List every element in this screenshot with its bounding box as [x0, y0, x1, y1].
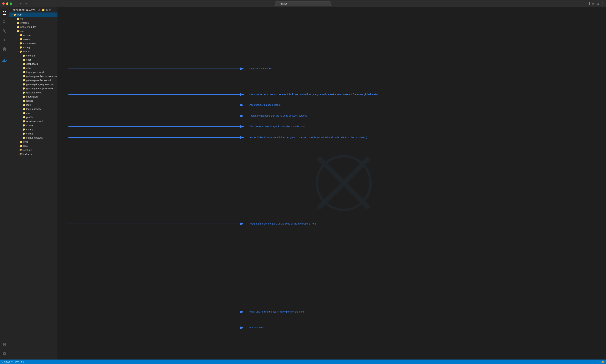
tree-item-label: actions — [23, 34, 57, 37]
tree-item-config[interactable]: ›📁config — [9, 45, 57, 49]
chevron-icon: ▾ — [11, 13, 13, 16]
collapse-icon[interactable]: ⊟ — [49, 9, 52, 12]
tree-item-actions[interactable]: ›📁actions — [9, 33, 57, 37]
tree-item-routes[interactable]: ▾📂routes — [9, 49, 57, 53]
tree-item-index-js[interactable]: JSindex.js — [9, 152, 57, 156]
annotation-text: Assets folder (images, icons) — [250, 104, 281, 106]
activity-item-search[interactable] — [0, 17, 9, 26]
tree-item-calendar[interactable]: ›📁calendar — [9, 53, 57, 58]
tree-item-cli[interactable]: ›📁cli — [9, 17, 57, 21]
tree-item-label: settings — [26, 128, 57, 131]
tree-item-cypress[interactable]: ›📁cypress — [9, 21, 57, 25]
chevron-icon: › — [19, 112, 22, 114]
tree-item-scene[interactable]: ›📁scene — [9, 123, 57, 127]
sidebar-toggle-icon[interactable]: ▐ — [588, 2, 590, 5]
branch-status[interactable]: ⑂ master ↻ — [2, 361, 13, 363]
titlebar: ← → ⌕ ▐ ▭ ⊞ ⋮ — [0, 0, 606, 7]
tree-item-utils[interactable]: ›📁utils — [9, 144, 57, 148]
more-actions-icon[interactable]: … — [53, 9, 55, 12]
tree-item-label: map — [26, 112, 57, 115]
tree-item-integration[interactable]: ›📁integration — [9, 94, 57, 99]
layout-icon[interactable]: ⊞ — [596, 2, 599, 5]
tree-item-gateway-confirm-email[interactable]: ›📁gateway-confirm-email — [9, 78, 57, 82]
refresh-icon[interactable]: ↻ — [46, 9, 48, 12]
folder-icon: 📁 — [22, 124, 26, 127]
activity-bottom — [0, 340, 9, 358]
tree-item-chat[interactable]: ›📁chat — [9, 58, 57, 62]
tree-item-label: login — [26, 104, 57, 106]
branch-name: master — [4, 361, 11, 363]
annotation-text: Preact components that are re-used betwe… — [250, 114, 307, 117]
minimize-button[interactable] — [6, 2, 8, 5]
tree-item-locked[interactable]: ›📁locked — [9, 99, 57, 103]
folder-icon: 📁 — [19, 38, 23, 41]
tree-item-gateway-configure-two-factor[interactable]: ›📁gateway-configure-two-factor — [9, 74, 57, 78]
tree-item-error[interactable]: ›📁error — [9, 66, 57, 70]
main-area: EXPLORER: GLADYS ⊕ 📁 ↻ ⊟ … ▾📂front›📁cli›… — [0, 7, 606, 360]
folder-icon: 📁 — [22, 54, 26, 57]
chevron-icon: › — [19, 104, 22, 106]
errors-status[interactable]: ⊘ 0 — [15, 361, 19, 363]
panel-toggle-icon[interactable]: ▭ — [592, 2, 595, 5]
tree-item-gateway-forgot-password[interactable]: ›📁gateway-forgot-password — [9, 82, 57, 86]
warnings-status[interactable]: ⚠ 0 — [21, 361, 25, 363]
tree-item-login[interactable]: ›📁login — [9, 103, 57, 107]
tree-item-label: config.js — [23, 149, 57, 151]
tree-item-dashboard[interactable]: ›📁dashboard — [9, 62, 57, 66]
tree-item-components[interactable]: ›📁components — [9, 41, 57, 45]
tree-item-map[interactable]: ›📁map — [9, 111, 57, 115]
annotation-text: env variables — [250, 326, 264, 329]
activity-item-extensions[interactable] — [0, 44, 9, 53]
tree-item-label: components — [23, 42, 57, 45]
search-bar-wrapper: ⌕ — [275, 1, 331, 6]
tree-item-style[interactable]: ›📁style — [9, 140, 57, 144]
activity-item-docker[interactable] — [0, 56, 9, 65]
sync-icon: ↻ — [11, 361, 13, 363]
chevron-icon: › — [16, 42, 19, 44]
tree-item-config-js[interactable]: JSconfig.js — [9, 148, 57, 152]
tree-item-front[interactable]: ▾📂front — [9, 13, 57, 17]
tree-item-label: dashboard — [26, 63, 57, 65]
activity-item-run[interactable] — [0, 35, 9, 44]
activity-item-explorer[interactable] — [0, 9, 9, 17]
tree-item-src[interactable]: ▾📂src — [9, 29, 57, 33]
folder-icon: 📁 — [22, 95, 26, 98]
tree-item-label: signup — [26, 132, 57, 135]
folder-icon: 📁 — [22, 75, 26, 78]
tree-item-settings[interactable]: ›📁settings — [9, 127, 57, 131]
chevron-icon: › — [13, 22, 16, 24]
folder-icon: 📁 — [22, 112, 26, 115]
activity-item-source-control[interactable] — [0, 26, 9, 35]
tree-item-node_modules[interactable]: ›📁node_modules — [9, 25, 57, 29]
annotation-text: routes folder. Contains one folder per g… — [250, 136, 367, 139]
close-button[interactable] — [2, 2, 5, 5]
back-button[interactable]: ← — [20, 2, 23, 5]
new-folder-icon[interactable]: 📁 — [42, 9, 45, 12]
activity-item-account[interactable] — [0, 340, 9, 349]
tree-item-signup[interactable]: ›📁signup — [9, 131, 57, 136]
tree-item-gateway-reset-password[interactable]: ›📁gateway-reset-password — [9, 86, 57, 91]
chevron-icon: › — [13, 18, 16, 20]
tree-item-label: reset-password — [26, 120, 57, 123]
tree-item-label: node_modules — [20, 26, 57, 28]
new-file-icon[interactable]: ⊕ — [38, 9, 40, 12]
bell-status[interactable]: 🔔 — [601, 361, 604, 363]
activity-item-settings[interactable] — [0, 349, 9, 358]
folder-icon: 📂 — [19, 50, 23, 53]
tree-item-login-gateway[interactable]: ›📁login-gateway — [9, 107, 57, 111]
titlebar-center: ⌕ — [275, 1, 331, 6]
tree-item-profile[interactable]: ›📁profile — [9, 115, 57, 119]
tree-item-gateway-setup[interactable]: ›📁gateway-setup — [9, 91, 57, 94]
folder-icon: 📁 — [22, 99, 26, 102]
tree-item-reset-password[interactable]: ›📁reset-password — [9, 119, 57, 123]
more-icon[interactable]: ⋮ — [601, 2, 604, 5]
forward-button[interactable]: → — [25, 2, 27, 5]
maximize-button[interactable] — [10, 2, 12, 5]
annotation-text: integration folder contains all the code… — [250, 222, 316, 225]
folder-icon: 📁 — [22, 116, 26, 119]
tree-item-forgot-password[interactable]: ›📁forgot-password — [9, 70, 57, 74]
tree-item-signup-gateway[interactable]: ›📁signup-gateway — [9, 136, 57, 140]
tree-item-label: gateway-reset-password — [26, 87, 57, 90]
search-input[interactable] — [275, 1, 331, 6]
tree-item-assets[interactable]: ›📁assets — [9, 37, 57, 41]
